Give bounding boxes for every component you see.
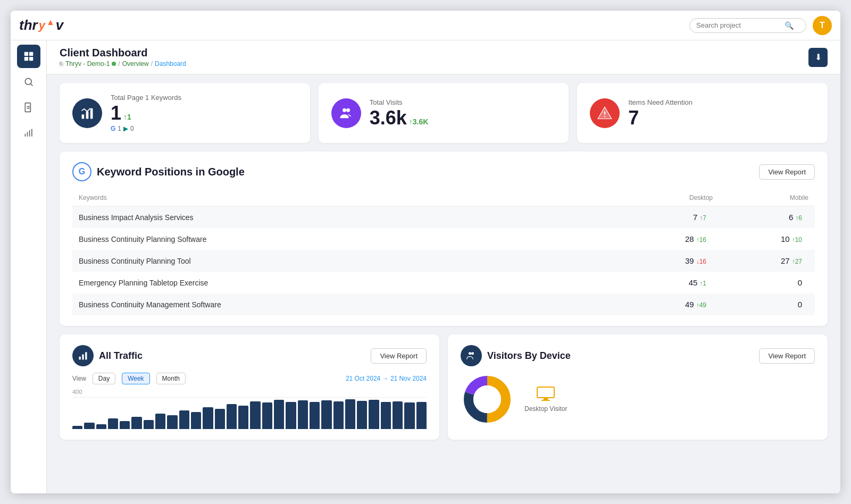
week-button[interactable]: Week <box>122 373 149 384</box>
keyword-section: G Keyword Positions in Google View Repor… <box>60 152 828 326</box>
content-header: Client Dashboard ⎘ Thryv - Demo-1 / Over… <box>47 40 840 74</box>
chart-bar <box>108 418 118 429</box>
breadcrumb: ⎘ Thryv - Demo-1 / Overview / Dashboard <box>60 60 186 68</box>
search-input[interactable] <box>696 21 781 29</box>
visitors-title: Visitors By Device <box>461 345 571 366</box>
mobile-cell: 6↑6 <box>719 206 815 229</box>
visitors-header: Visitors By Device View Report <box>461 345 815 366</box>
svg-point-17 <box>346 108 350 112</box>
chart-bar <box>179 410 189 429</box>
keyword-cell: Business Impact Analysis Services <box>72 206 623 229</box>
google-badge: G <box>111 125 115 132</box>
col-desktop: Desktop <box>623 190 719 206</box>
desktop-change: ↑7 <box>699 214 706 222</box>
top-nav: thr y ▲ v 🔍 T <box>11 11 840 40</box>
chart-bar <box>120 421 130 429</box>
svg-point-4 <box>25 78 31 85</box>
sidebar-item-search[interactable] <box>17 70 40 94</box>
keyword-title-row: G Keyword Positions in Google <box>72 162 245 181</box>
keywords-info: Total Page 1 Keywords 1 ↑1 G 1 ▶ 0 <box>111 94 181 132</box>
search-box[interactable]: 🔍 <box>689 18 806 33</box>
chart-bar <box>298 400 308 429</box>
visitors-view-report-button[interactable]: View Report <box>759 348 815 364</box>
stats-row: Total Page 1 Keywords 1 ↑1 G 1 ▶ 0 <box>47 74 840 152</box>
chart-bar <box>72 426 82 429</box>
breadcrumb-overview-link[interactable]: Overview <box>122 60 149 68</box>
table-row: Business Continuity Planning Tool 39↓16 … <box>72 250 815 272</box>
svg-line-5 <box>30 84 32 86</box>
dashboard-icon <box>23 51 35 62</box>
mobile-cell: 10↑10 <box>719 228 815 250</box>
search-icon: 🔍 <box>785 21 794 30</box>
download-button[interactable]: ⬇ <box>808 48 828 67</box>
breadcrumb-copy-icon: ⎘ <box>60 61 63 67</box>
desktop-change: ↑49 <box>696 301 706 309</box>
day-button[interactable]: Day <box>93 373 115 384</box>
svg-rect-22 <box>85 352 87 359</box>
chart-bar <box>286 402 296 429</box>
svg-rect-15 <box>90 108 93 119</box>
svg-rect-20 <box>79 357 81 360</box>
logo-flame-icon: y <box>39 19 45 32</box>
table-row: Emergency Planning Tabletop Exercise 45↑… <box>72 272 815 293</box>
chart-y-label: 400 <box>72 389 427 395</box>
mobile-cell: 0 <box>719 293 815 315</box>
sidebar-item-dashboard[interactable] <box>17 45 40 68</box>
breadcrumb-demo-link[interactable]: Thryv - Demo-1 <box>65 60 110 68</box>
traffic-header: All Traffic View Report <box>72 345 427 366</box>
keyword-section-header: G Keyword Positions in Google View Repor… <box>72 162 815 181</box>
keyword-cell: Business Continuity Planning Tool <box>72 250 623 272</box>
keyword-view-report-button[interactable]: View Report <box>759 164 815 180</box>
breadcrumb-current[interactable]: Dashboard <box>155 60 186 68</box>
all-traffic-card: All Traffic View Report View Day Week Mo… <box>60 334 439 440</box>
table-row: Business Impact Analysis Services 7↑7 6↑… <box>72 206 815 229</box>
svg-rect-6 <box>25 103 30 112</box>
header-left: Client Dashboard ⎘ Thryv - Demo-1 / Over… <box>60 47 186 68</box>
mobile-cell: 27↑27 <box>719 250 815 272</box>
attention-icon-circle <box>590 98 620 128</box>
mobile-change: ↑10 <box>792 236 802 243</box>
chart-bar <box>274 400 284 429</box>
keywords-sub: G 1 ▶ 0 <box>111 125 181 132</box>
sidebar-item-reports[interactable] <box>17 96 40 119</box>
chart-bar <box>262 402 272 429</box>
breadcrumb-status-dot <box>112 62 116 66</box>
visits-label: Total Visits <box>370 98 429 106</box>
sidebar-item-analytics[interactable] <box>17 121 40 145</box>
svg-point-24 <box>471 352 474 355</box>
bar-chart-icon <box>80 106 95 121</box>
stat-card-attention: Items Need Attention 7 <box>577 83 828 143</box>
logo-text-end: v <box>56 17 63 33</box>
desktop-change: ↓16 <box>696 258 706 265</box>
keywords-value: 1 ↑1 <box>111 104 181 123</box>
people-icon <box>339 106 354 121</box>
traffic-controls: View Day Week Month 21 Oct 2024 → 21 Nov… <box>72 373 427 384</box>
visits-value: 3.6k ↑3.6K <box>370 108 429 128</box>
traffic-chart <box>72 397 427 429</box>
desktop-cell: 39↓16 <box>623 250 719 272</box>
chart-bar <box>131 417 141 429</box>
chart-bar <box>345 399 355 429</box>
warning-icon <box>597 106 612 121</box>
keyword-cell: Business Continuity Planning Software <box>72 228 623 250</box>
chart-bar <box>333 401 344 429</box>
month-button[interactable]: Month <box>156 373 186 384</box>
svg-rect-13 <box>82 114 85 119</box>
content: Client Dashboard ⎘ Thryv - Demo-1 / Over… <box>47 40 840 493</box>
svg-rect-1 <box>29 52 32 56</box>
svg-rect-3 <box>29 57 32 61</box>
keywords-label: Total Page 1 Keywords <box>111 94 181 102</box>
google-circle-icon: G <box>72 162 91 181</box>
attention-info: Items Need Attention 7 <box>628 98 693 128</box>
traffic-view-report-button[interactable]: View Report <box>371 348 427 364</box>
bing-count: 0 <box>130 125 134 132</box>
keywords-change: ↑1 <box>123 113 131 121</box>
desktop-cell: 45↑1 <box>623 272 719 293</box>
page-title: Client Dashboard <box>60 47 186 59</box>
avatar[interactable]: T <box>813 16 832 35</box>
chart-bar <box>227 404 237 429</box>
mobile-change: ↑6 <box>795 214 802 222</box>
chart-bar <box>84 423 94 429</box>
keywords-icon-circle <box>72 98 102 128</box>
desktop-change: ↑1 <box>699 280 706 287</box>
